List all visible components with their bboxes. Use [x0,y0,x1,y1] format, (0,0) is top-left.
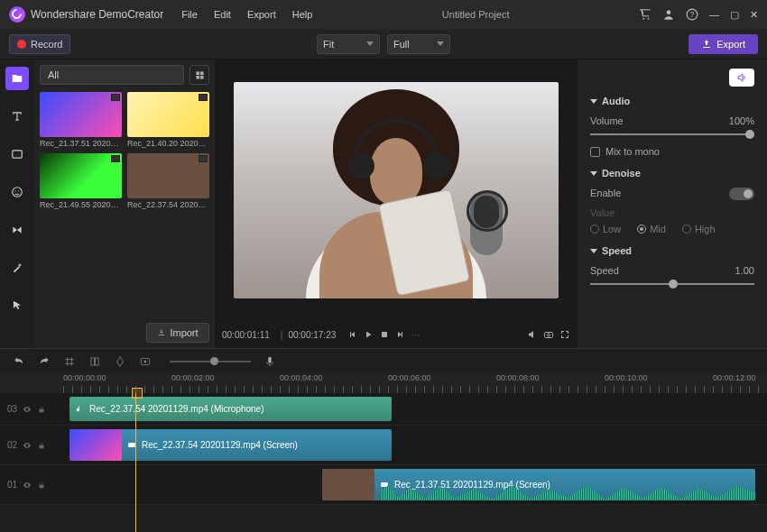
speed-value: 1.00 [735,265,754,276]
visibility-icon[interactable] [23,481,32,490]
value-label: Value [590,207,754,218]
stickers-button[interactable] [5,180,29,204]
mix-mono-label: Mix to mono [605,146,660,157]
media-clip[interactable]: Rec_21.49.55 2020… [40,153,122,209]
export-button[interactable]: Export [688,34,758,54]
visibility-icon[interactable] [23,405,32,414]
svg-rect-17 [96,357,99,364]
text-tool-button[interactable] [5,105,29,128]
playhead[interactable] [135,393,136,532]
volume-icon[interactable] [527,329,538,340]
denoise-toggle[interactable] [729,188,754,200]
clip-label: Rec_22.37.54 20201129.mp4 (Screen) [142,440,298,450]
zoom-slider[interactable] [170,361,251,362]
captions-button[interactable] [5,142,29,166]
export-label: Export [716,39,745,50]
lock-icon[interactable] [37,405,46,414]
record-button[interactable]: Record [9,34,70,54]
effects-button[interactable] [5,256,29,280]
timeline-clip-audio[interactable]: Rec_22.37.54 20201129.mp4 (Microphone) [69,397,392,421]
media-clip[interactable]: Rec_21.40.20 2020… [127,92,209,148]
menu-help[interactable]: Help [292,9,313,20]
fit-dropdown[interactable]: Fit [317,34,380,54]
crop-icon[interactable] [88,355,101,368]
stop-icon[interactable] [379,329,390,340]
import-icon [157,328,166,337]
slider-knob[interactable] [745,130,754,139]
skip-forward-icon[interactable] [395,329,406,340]
mix-to-mono-checkbox[interactable]: Mix to mono [590,146,754,157]
export-icon [701,39,712,50]
media-clip[interactable]: Rec_21.37.51 2020… [40,92,122,148]
chevron-down-icon [366,41,374,46]
redo-icon[interactable] [38,355,51,368]
import-button[interactable]: Import [146,323,209,343]
mic-icon[interactable] [263,355,276,368]
speed-label: Speed [590,265,619,276]
cart-icon[interactable] [639,8,651,21]
help-icon[interactable]: ? [686,8,698,21]
menu-export[interactable]: Export [247,9,276,20]
volume-slider[interactable] [590,133,754,135]
denoise-low-radio[interactable]: Low [590,224,621,234]
title-bar: Wondershare DemoCreator File Edit Export… [0,0,767,29]
enable-label: Enable [590,188,621,200]
window-minimize-button[interactable]: — [709,9,719,20]
speed-section-header[interactable]: Speed [590,245,754,256]
window-maximize-button[interactable]: ▢ [730,9,739,21]
audio-section-header[interactable]: Audio [590,96,754,106]
menu-file[interactable]: File [181,9,198,20]
menu-edit[interactable]: Edit [214,9,231,20]
snapshot-icon[interactable] [543,329,554,340]
speaker-icon [736,72,747,83]
grid-view-button[interactable] [189,65,209,85]
full-dropdown[interactable]: Full [387,34,450,54]
cursor-button[interactable] [5,294,29,317]
speed-slider[interactable] [590,283,754,285]
split-icon[interactable] [63,355,76,368]
lock-icon[interactable] [37,481,46,490]
marker-icon[interactable] [114,355,126,368]
denoise-high-radio[interactable]: High [682,224,716,234]
transitions-button[interactable] [5,218,29,242]
media-filter-dropdown[interactable]: All [40,65,184,85]
inspector-panel: Audio Volume100% Mix to mono Denoise Ena… [578,60,767,348]
svg-rect-20 [40,408,44,412]
audio-tab-button[interactable] [729,69,754,87]
svg-rect-9 [196,71,199,75]
lock-icon[interactable] [37,441,46,450]
media-browser: All Rec_21.37.51 2020… Rec_21.40.20 2020… [34,60,215,348]
clip-thumbnail [69,429,122,461]
skip-back-icon[interactable] [347,329,357,340]
chevron-down-icon [590,171,597,176]
visibility-icon[interactable] [23,441,32,450]
import-label: Import [170,327,198,338]
preview-screen[interactable] [234,82,559,298]
denoise-mid-radio[interactable]: Mid [637,224,666,234]
timeline-ruler[interactable]: 00:00:00:00 00:00:02:00 00:00:04:00 00:0… [0,373,767,393]
user-icon[interactable] [662,8,675,21]
undo-icon[interactable] [13,355,25,368]
timeline-clip-screen[interactable]: Rec_21.37.51 20201129.mp4 (Screen) [322,469,755,500]
svg-rect-16 [91,357,95,364]
media-library-button[interactable] [5,67,29,90]
media-clip[interactable]: Rec_22.37.54 2020… [127,153,209,209]
play-icon[interactable] [363,329,374,340]
thumbnail-image [127,153,209,198]
thumbnail-image [127,92,209,137]
window-close-button[interactable]: ✕ [750,9,758,21]
clip-label: Rec_21.40.20 2020… [127,139,209,148]
svg-point-2 [667,10,671,14]
slider-knob[interactable] [210,357,218,365]
svg-rect-5 [13,151,23,158]
slider-knob[interactable] [669,280,678,289]
svg-rect-11 [196,75,199,78]
denoise-section-header[interactable]: Denoise [590,168,754,179]
svg-point-6 [13,188,23,197]
app-name: Wondershare DemoCreator [31,8,163,21]
fullscreen-icon[interactable] [559,329,570,340]
track-row: 01 Rec_21.37.51 20201129.mp4 (Screen) [0,465,767,505]
timeline-clip-screen[interactable]: Rec_22.37.54 20201129.mp4 (Screen) [69,429,392,461]
preview-panel: 00:00:01:11 | 00:00:17:23 ⋯ [215,60,578,348]
speed-icon[interactable] [139,355,152,368]
